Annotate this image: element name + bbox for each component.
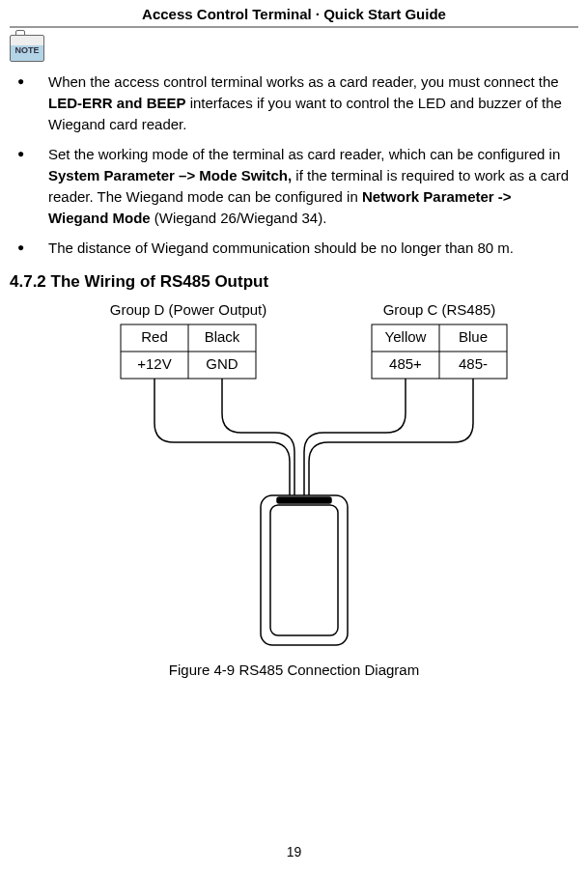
note-icon: NOTE [10, 32, 44, 63]
device-outline [261, 495, 348, 645]
svg-text:485+: 485+ [389, 355, 422, 372]
bullet-item: The distance of Wiegand communication sh… [48, 238, 574, 259]
group-d-title: Group D (Power Output) [109, 301, 266, 318]
wire-group-c [304, 379, 473, 495]
svg-rect-16 [277, 497, 331, 503]
figure-caption: Figure 4-9 RS485 Connection Diagram [10, 662, 578, 678]
text-segment: LED-ERR and BEEP [48, 95, 186, 111]
group-c-table: Yellow Blue 485+ 485- [372, 324, 507, 379]
page-number: 19 [0, 844, 588, 859]
svg-text:485-: 485- [458, 355, 487, 372]
note-list: When the access control terminal works a… [10, 71, 578, 259]
svg-text:+12V: +12V [137, 355, 171, 372]
svg-text:Red: Red [141, 328, 168, 345]
text-segment: When the access control terminal works a… [48, 73, 559, 90]
header-title: Access Control Terminal · Quick Start Gu… [10, 0, 578, 28]
svg-text:Yellow: Yellow [384, 328, 426, 345]
svg-rect-15 [270, 505, 338, 635]
note-icon-label: NOTE [10, 45, 44, 55]
svg-text:Black: Black [204, 328, 239, 345]
wire-group-d [154, 379, 294, 495]
group-d-table: Red Black +12V GND [121, 324, 256, 379]
group-c-title: Group C (RS485) [382, 301, 495, 318]
text-segment: (Wiegand 26/Wiegand 34). [151, 210, 327, 226]
svg-text:Blue: Blue [458, 328, 487, 345]
bullet-item: Set the working mode of the terminal as … [48, 144, 574, 228]
svg-text:GND: GND [206, 355, 238, 372]
section-heading: 4.7.2 The Wiring of RS485 Output [10, 272, 578, 292]
text-segment: The distance of Wiegand communication sh… [48, 239, 514, 256]
bullet-item: When the access control terminal works a… [48, 71, 574, 134]
text-segment: Set the working mode of the terminal as … [48, 146, 560, 162]
wiring-diagram: Group D (Power Output) Group C (RS485) R… [10, 297, 578, 658]
text-segment: System Parameter –> Mode Switch, [48, 167, 292, 183]
